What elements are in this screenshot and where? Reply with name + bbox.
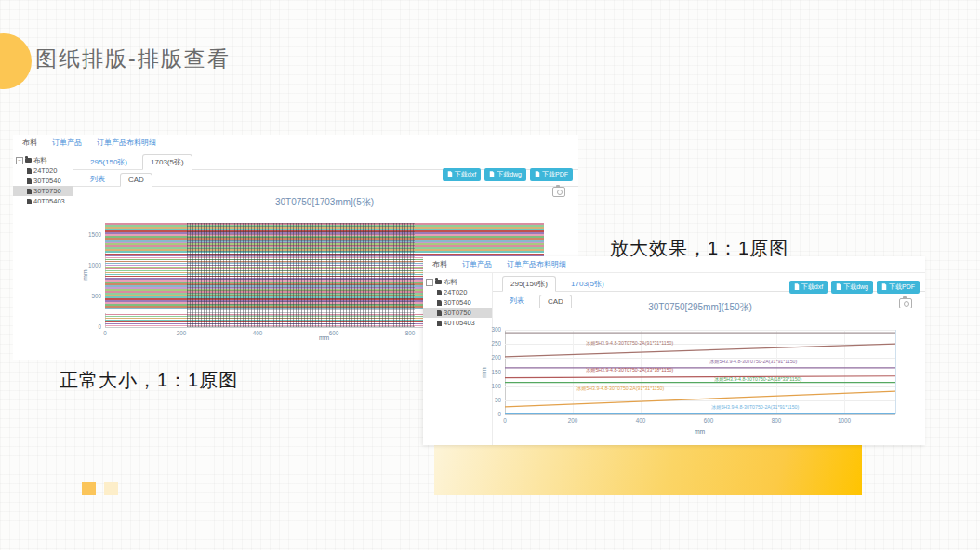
series-line — [505, 391, 895, 407]
tree-item-30T0750[interactable]: 30T0750 — [423, 308, 492, 318]
chart-title: 30T0750[1703mm](5张) — [105, 196, 544, 209]
y-axis-label: mm — [82, 269, 89, 280]
series-label-5: 冰姬5H3.9-4.8-30T0750-2A(31*91*1150) — [711, 404, 799, 412]
export-button-2[interactable]: 下载PDF — [530, 168, 573, 181]
export-buttons: 下载dxf下载dwg下载PDF — [443, 168, 573, 181]
export-button-1[interactable]: 下载dwg — [484, 168, 526, 181]
size-tab-1[interactable]: 1703(5张) — [563, 277, 612, 291]
series-line — [505, 376, 895, 378]
tree-item-40T05403[interactable]: 40T05403 — [13, 196, 73, 206]
tree-root[interactable]: −布料 — [423, 277, 492, 287]
app-window-zoomed: 布料订单产品订单产品布料明细 −布料24T02030T054030T075040… — [423, 256, 925, 445]
export-button-label: 下载dwg — [843, 282, 868, 292]
size-tab-0[interactable]: 295(150张) — [83, 155, 135, 169]
export-button-0[interactable]: 下载dxf — [443, 168, 481, 181]
collapse-icon[interactable]: − — [426, 279, 433, 286]
export-file-icon — [535, 171, 540, 178]
file-icon — [27, 199, 32, 204]
export-button-label: 下载dxf — [455, 170, 476, 179]
export-file-icon — [489, 171, 495, 178]
y-tick-50: 50 — [484, 397, 501, 403]
export-button-label: 下载dwg — [497, 170, 522, 179]
series-lines — [505, 330, 895, 414]
caption-zoom-effect: 放大效果，1：1原图 — [610, 236, 788, 261]
x-tick-400: 400 — [636, 417, 646, 424]
overlapping-labels-region — [187, 223, 415, 327]
series-label-2: 冰姬5H3.9-4.8-30T0750-2A(33*18*1150) — [586, 366, 673, 373]
series-label-0: 冰姬5H3.9-4.8-30T0750-2A(91*31*1150) — [586, 339, 673, 347]
tree-item-40T05403[interactable]: 40T05403 — [423, 318, 492, 328]
y-tick-1000: 1000 — [85, 263, 101, 269]
tree-item-label: 30T0540 — [444, 298, 471, 307]
x-tick-400: 400 — [253, 330, 263, 336]
plot-right-border — [895, 330, 896, 414]
view-tab-1[interactable]: CAD — [120, 173, 152, 187]
tree-item-label: 40T05403 — [33, 197, 65, 205]
nav-tab-2[interactable]: 订单产品布料明细 — [97, 138, 156, 148]
export-file-icon — [836, 283, 841, 291]
nav-tab-1[interactable]: 订单产品 — [462, 259, 492, 269]
tree-item-label: 24T020 — [33, 166, 57, 175]
y-tick-1500: 1500 — [85, 232, 101, 239]
export-file-icon — [794, 283, 800, 291]
x-tick-200: 200 — [177, 330, 187, 336]
export-button-label: 下载dxf — [801, 282, 823, 292]
file-icon — [27, 168, 32, 174]
tree-item-label: 30T0750 — [444, 308, 471, 317]
folder-icon — [25, 158, 32, 163]
y-tick-0: 0 — [484, 412, 501, 418]
tree-item-30T0540[interactable]: 30T0540 — [423, 297, 492, 308]
export-button-0[interactable]: 下载dxf — [789, 281, 828, 294]
save-as-image-icon[interactable] — [552, 187, 565, 197]
file-icon — [27, 178, 32, 184]
export-button-2[interactable]: 下载PDF — [877, 281, 920, 294]
size-tab-0[interactable]: 295(150张) — [502, 276, 556, 292]
tree-item-30T0540[interactable]: 30T0540 — [13, 176, 73, 186]
tree-item-24T020[interactable]: 24T020 — [13, 165, 73, 176]
y-tick-100: 100 — [484, 383, 501, 389]
file-icon — [437, 300, 442, 306]
size-tab-1[interactable]: 1703(5张) — [142, 154, 192, 170]
file-icon — [437, 321, 442, 326]
nav-tab-2[interactable]: 订单产品布料明细 — [507, 259, 566, 269]
accent-circle — [0, 33, 32, 89]
bottom-gradient-bar — [434, 445, 862, 495]
x-tick-800: 800 — [772, 417, 782, 424]
y-axis-label: mm — [481, 367, 488, 377]
tree-root-label: 布料 — [33, 156, 47, 165]
y-tick-500: 500 — [85, 294, 101, 300]
tree-item-label: 40T05403 — [444, 319, 475, 327]
view-tab-0[interactable]: 列表 — [83, 172, 113, 186]
caption-normal-size: 正常大小，1：1原图 — [60, 368, 238, 393]
nav-tab-0[interactable]: 布料 — [432, 259, 447, 269]
file-icon — [437, 290, 442, 295]
tree-item-24T020[interactable]: 24T020 — [423, 287, 492, 297]
nav-tab-0[interactable]: 布料 — [22, 138, 37, 148]
export-button-1[interactable]: 下载dwg — [831, 281, 873, 294]
series-line — [505, 344, 895, 357]
fabric-tree: −布料24T02030T054030T075040T05403 — [423, 272, 493, 445]
x-axis-line — [505, 414, 895, 415]
save-as-image-icon[interactable] — [899, 298, 912, 308]
tree-item-label: 24T020 — [444, 288, 467, 296]
x-tick-600: 600 — [329, 330, 339, 336]
file-icon — [27, 189, 32, 194]
y-tick-250: 250 — [484, 341, 501, 347]
collapse-icon[interactable]: − — [16, 157, 23, 164]
export-file-icon — [447, 171, 453, 178]
tree-root[interactable]: −布料 — [13, 155, 73, 165]
tree-item-30T0750[interactable]: 30T0750 — [13, 186, 73, 196]
series-label-3: 冰姬5H3.9-4.8-30T0750-2A(18*33*1150) — [714, 375, 801, 383]
tree-item-label: 30T0750 — [33, 187, 61, 195]
x-tick-0: 0 — [503, 417, 507, 424]
nav-tab-1[interactable]: 订单产品 — [52, 138, 82, 148]
export-buttons: 下载dxf下载dwg下载PDF — [789, 281, 920, 294]
tree-item-label: 30T0540 — [33, 177, 61, 185]
y-tick-200: 200 — [484, 355, 501, 361]
nav-tabs: 布料订单产品订单产品布料明细 — [13, 135, 578, 151]
accent-square-2 — [104, 482, 118, 495]
slide: 图纸排版-排版查看 布料订单产品订单产品布料明细 −布料24T02030T054… — [0, 0, 980, 550]
x-tick-0: 0 — [103, 330, 107, 336]
x-tick-800: 800 — [405, 330, 416, 336]
x-tick-600: 600 — [704, 417, 714, 424]
